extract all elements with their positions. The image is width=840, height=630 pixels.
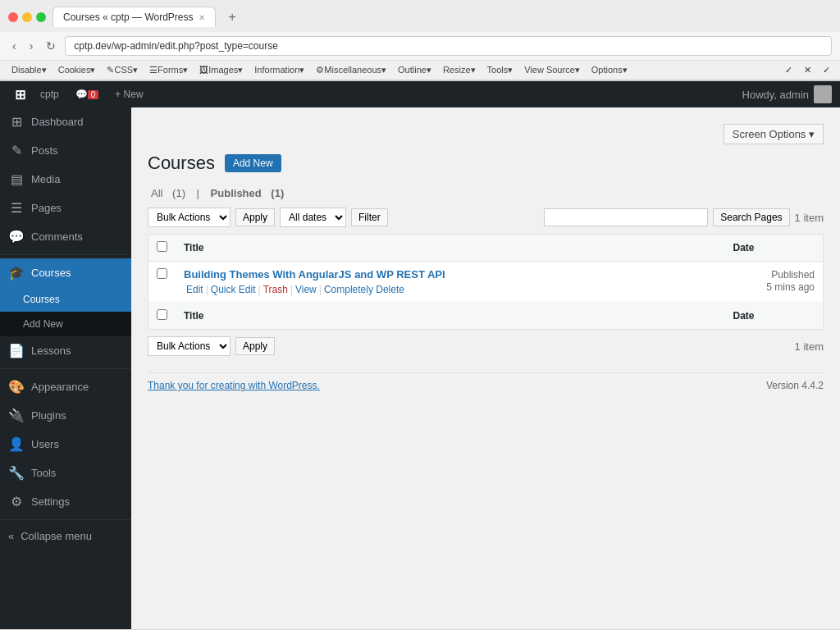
comments-icon: 💬 xyxy=(8,229,25,244)
sidebar-item-appearance[interactable]: 🎨 Appearance xyxy=(0,372,131,401)
images-btn[interactable]: 🖼Images▾ xyxy=(194,63,248,77)
row-quick-edit-link[interactable]: Quick Edit xyxy=(208,284,258,295)
pages-icon: ☰ xyxy=(8,200,25,216)
sidebar-item-plugins[interactable]: 🔌 Plugins xyxy=(0,401,131,430)
filter-sep: | xyxy=(197,187,199,199)
sidebar-subitem-add-new[interactable]: Add New xyxy=(0,312,131,336)
admin-bar-howdy[interactable]: Howdy, admin xyxy=(742,85,832,103)
resize-btn[interactable]: Resize▾ xyxy=(438,63,481,77)
settings-icon: ⚙ xyxy=(8,494,25,509)
outline-btn[interactable]: Outline▾ xyxy=(393,63,436,77)
th-title[interactable]: Title xyxy=(176,235,725,262)
post-title-link[interactable]: Building Themes With AngularJS and WP RE… xyxy=(184,268,445,281)
tab-title: Courses « cptp — WordPress xyxy=(63,11,194,23)
sidebar-item-posts[interactable]: ✎ Posts xyxy=(0,136,131,165)
add-new-button[interactable]: Add New xyxy=(225,154,281,172)
tfoot-select-all-checkbox[interactable] xyxy=(157,309,167,320)
wp-sidebar: ⊞ Dashboard ✎ Posts ▤ Media ☰ Pages 💬 Co… xyxy=(0,107,131,629)
sidebar-item-settings[interactable]: ⚙ Settings xyxy=(0,487,131,516)
back-btn[interactable]: ‹ xyxy=(8,37,21,55)
new-tab-btn[interactable]: + xyxy=(222,10,243,25)
forms-btn[interactable]: ☰Forms▾ xyxy=(144,63,193,77)
sidebar-label-media: Media xyxy=(31,173,60,185)
bulk-actions-select-bottom[interactable]: Bulk Actions xyxy=(148,336,231,356)
view-source-btn[interactable]: View Source▾ xyxy=(519,63,585,77)
tfoot-title[interactable]: Title xyxy=(176,303,725,330)
wp-content: Screen Options ▾ Courses Add New All (1)… xyxy=(131,107,840,398)
sidebar-item-lessons[interactable]: 📄 Lessons xyxy=(0,336,131,365)
sidebar-subitem-courses-list[interactable]: Courses xyxy=(0,287,131,312)
published-filter-label: Published xyxy=(211,187,262,199)
date-filter-select[interactable]: All dates xyxy=(280,208,346,227)
wp-main: Screen Options ▾ Courses Add New All (1)… xyxy=(131,107,840,629)
sidebar-item-media[interactable]: ▤ Media xyxy=(0,165,131,194)
sidebar-item-courses[interactable]: 🎓 Courses xyxy=(0,258,131,287)
options-btn[interactable]: Options▾ xyxy=(587,63,632,77)
published-filter-link[interactable]: Published (1) xyxy=(208,187,288,199)
row-completely-delete-link[interactable]: Completely Delete xyxy=(322,284,407,295)
disable-btn[interactable]: Disable▾ xyxy=(7,63,52,77)
sidebar-item-tools[interactable]: 🔧 Tools xyxy=(0,459,131,487)
collapse-label: Collapse menu xyxy=(21,530,92,542)
th-date[interactable]: Date xyxy=(725,235,824,262)
post-status: Published xyxy=(771,269,815,281)
window-controls xyxy=(8,12,46,22)
filter-btn[interactable]: Filter xyxy=(351,208,388,226)
courses-submenu: Courses Add New xyxy=(0,287,131,336)
wp-footer: Thank you for creating with WordPress. V… xyxy=(148,372,824,398)
select-all-checkbox[interactable] xyxy=(157,241,167,252)
maximize-window-btn[interactable] xyxy=(36,12,46,22)
row-trash-link[interactable]: Trash xyxy=(261,284,290,295)
item-count-bottom: 1 item xyxy=(795,340,824,353)
wp-admin-bar: ⊞ cptp 💬 0 + New Howdy, admin xyxy=(0,81,840,107)
dashboard-icon: ⊞ xyxy=(8,114,25,130)
tools-btn[interactable]: Tools▾ xyxy=(482,63,518,77)
admin-bar-site[interactable]: cptp xyxy=(32,81,67,107)
row-checkbox[interactable] xyxy=(157,268,167,279)
footer-wp-link[interactable]: Thank you for creating with WordPress. xyxy=(148,380,320,391)
footer-thank-you: Thank you for creating with WordPress. xyxy=(148,380,320,391)
apply-btn-bottom[interactable]: Apply xyxy=(235,337,275,355)
check-icon-2: ✓ xyxy=(819,63,833,77)
admin-bar-new[interactable]: + New xyxy=(107,81,151,107)
sidebar-item-dashboard[interactable]: ⊞ Dashboard xyxy=(0,107,131,136)
admin-bar-comments[interactable]: 💬 0 xyxy=(67,81,107,107)
tfoot-date[interactable]: Date xyxy=(725,303,824,330)
web-toolbar: Disable▾ Cookies▾ ✎CSS▾ ☰Forms▾ 🖼Images▾… xyxy=(0,61,840,80)
howdy-text: Howdy, admin xyxy=(742,89,809,101)
refresh-btn[interactable]: ↻ xyxy=(42,37,60,55)
search-input[interactable] xyxy=(544,208,708,226)
sidebar-item-users[interactable]: 👤 Users xyxy=(0,430,131,459)
table-controls-right: Search Pages 1 item xyxy=(544,208,824,226)
url-bar[interactable] xyxy=(65,36,832,56)
row-view-link[interactable]: View xyxy=(293,284,319,295)
add-new-label: Add New xyxy=(23,318,63,330)
collapse-menu-btn[interactable]: « Collapse menu xyxy=(0,523,131,549)
minimize-window-btn[interactable] xyxy=(22,12,32,22)
sidebar-label-tools: Tools xyxy=(31,467,56,479)
posts-icon: ✎ xyxy=(8,143,25,158)
miscellaneous-btn[interactable]: ⚙Miscellaneous▾ xyxy=(311,63,391,77)
check-icon-1: ✓ xyxy=(782,63,796,77)
apply-btn-top[interactable]: Apply xyxy=(235,208,275,226)
search-pages-btn[interactable]: Search Pages xyxy=(713,208,789,226)
forward-btn[interactable]: › xyxy=(25,37,38,55)
sidebar-item-pages[interactable]: ☰ Pages xyxy=(0,194,131,222)
bulk-actions-select-top[interactable]: Bulk Actions xyxy=(148,208,231,227)
browser-chrome: Courses « cptp — WordPress ✕ + ‹ › ↻ Dis… xyxy=(0,0,840,81)
screen-options-btn[interactable]: Screen Options ▾ xyxy=(724,124,824,144)
close-window-btn[interactable] xyxy=(8,12,18,22)
sidebar-item-comments[interactable]: 💬 Comments xyxy=(0,222,131,251)
users-icon: 👤 xyxy=(8,436,25,452)
page-header: Courses Add New xyxy=(148,153,824,174)
screen-options-arrow: ▾ xyxy=(809,128,815,140)
row-edit-link[interactable]: Edit xyxy=(184,284,206,295)
information-btn[interactable]: Information▾ xyxy=(249,63,309,77)
cookies-btn[interactable]: Cookies▾ xyxy=(53,63,101,77)
browser-tab[interactable]: Courses « cptp — WordPress ✕ xyxy=(52,7,216,27)
all-filter-link[interactable]: All (1) xyxy=(148,187,192,199)
tab-close-btn[interactable]: ✕ xyxy=(199,13,205,22)
wp-logo[interactable]: ⊞ xyxy=(8,87,32,103)
css-btn[interactable]: ✎CSS▾ xyxy=(102,63,143,77)
sidebar-separator-2 xyxy=(0,368,131,369)
